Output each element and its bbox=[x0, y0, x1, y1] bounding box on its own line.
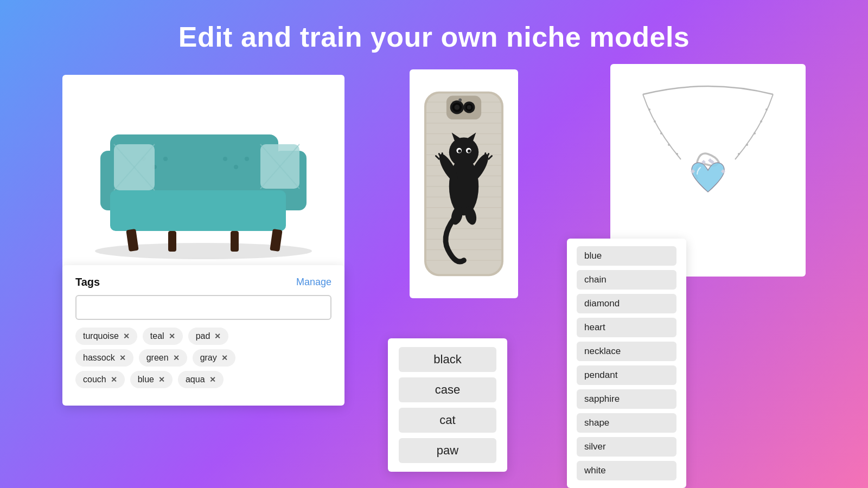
necklace-illustration bbox=[627, 84, 789, 257]
svg-point-70 bbox=[654, 120, 656, 123]
tag-chip-green: green ✕ bbox=[139, 349, 187, 367]
tag-x-teal[interactable]: ✕ bbox=[169, 332, 175, 341]
svg-point-50 bbox=[458, 98, 462, 101]
necklace-card: blue chain diamond heart necklace pendan… bbox=[610, 64, 806, 277]
svg-point-46 bbox=[454, 105, 459, 110]
tags-label: Tags bbox=[75, 276, 100, 288]
tag-chip-teal: teal ✕ bbox=[143, 328, 183, 345]
sofa-illustration bbox=[84, 97, 323, 259]
tag-x-couch[interactable]: ✕ bbox=[111, 375, 117, 384]
phone-case-illustration bbox=[418, 86, 509, 281]
svg-point-52 bbox=[449, 137, 478, 166]
necklace-tag-shape[interactable]: shape bbox=[577, 413, 676, 433]
page-title: Edit and train your own niche models bbox=[0, 0, 868, 69]
tag-chip-hassock: hassock ✕ bbox=[75, 349, 133, 367]
tag-chip-couch: couch ✕ bbox=[75, 371, 125, 388]
necklace-tag-heart[interactable]: heart bbox=[577, 318, 676, 337]
tag-chip-gray: gray ✕ bbox=[193, 349, 235, 367]
tags-row-2: hassock ✕ green ✕ gray ✕ bbox=[75, 349, 331, 367]
tags-header: Tags Manage bbox=[75, 276, 331, 288]
svg-point-75 bbox=[760, 120, 762, 123]
svg-rect-17 bbox=[231, 231, 239, 252]
svg-point-14 bbox=[223, 157, 227, 161]
svg-point-74 bbox=[765, 108, 768, 111]
necklace-tag-white[interactable]: white bbox=[577, 461, 676, 480]
svg-point-58 bbox=[468, 150, 471, 153]
svg-point-72 bbox=[668, 144, 670, 146]
svg-point-13 bbox=[245, 157, 249, 161]
necklace-tag-necklace[interactable]: necklace bbox=[577, 342, 676, 361]
tag-x-hassock[interactable]: ✕ bbox=[119, 354, 126, 362]
tag-chip-turquoise: turquoise ✕ bbox=[75, 328, 137, 345]
tag-x-blue[interactable]: ✕ bbox=[158, 375, 165, 384]
svg-rect-16 bbox=[168, 231, 176, 252]
necklace-tag-blue[interactable]: blue bbox=[577, 246, 676, 266]
svg-point-10 bbox=[163, 157, 168, 161]
svg-line-63 bbox=[442, 153, 443, 158]
tag-x-turquoise[interactable]: ✕ bbox=[123, 332, 130, 341]
svg-rect-8 bbox=[110, 190, 286, 231]
tags-panel: Tags Manage turquoise ✕ teal ✕ pad ✕ bbox=[62, 265, 344, 406]
tags-row-1: turquoise ✕ teal ✕ pad ✕ bbox=[75, 328, 331, 345]
tag-chip-pad: pad ✕ bbox=[188, 328, 229, 345]
necklace-tag-diamond[interactable]: diamond bbox=[577, 294, 676, 313]
phone-case-card: black case cat paw bbox=[410, 69, 518, 298]
cards-container: Tags Manage turquoise ✕ teal ✕ pad ✕ bbox=[0, 69, 868, 298]
phone-tag-paw[interactable]: paw bbox=[399, 438, 496, 463]
phone-tags-panel: black case cat paw bbox=[388, 338, 507, 472]
necklace-tag-sapphire[interactable]: sapphire bbox=[577, 389, 676, 409]
manage-link[interactable]: Manage bbox=[296, 277, 331, 288]
necklace-tag-chain[interactable]: chain bbox=[577, 270, 676, 290]
necklace-tags-panel: blue chain diamond heart necklace pendan… bbox=[567, 239, 686, 488]
svg-line-66 bbox=[484, 153, 486, 158]
svg-point-78 bbox=[738, 153, 740, 155]
svg-point-69 bbox=[648, 108, 650, 111]
tag-chip-blue: blue ✕ bbox=[130, 371, 173, 388]
sofa-image bbox=[73, 86, 334, 270]
necklace-tag-pendant[interactable]: pendant bbox=[577, 365, 676, 385]
svg-point-12 bbox=[234, 165, 238, 169]
tag-x-aqua[interactable]: ✕ bbox=[209, 375, 216, 384]
svg-point-57 bbox=[458, 150, 461, 153]
phone-image bbox=[418, 78, 509, 290]
tags-input[interactable] bbox=[75, 295, 331, 320]
phone-tag-black[interactable]: black bbox=[399, 347, 496, 372]
svg-point-73 bbox=[676, 153, 678, 155]
sofa-card: Tags Manage turquoise ✕ teal ✕ pad ✕ bbox=[62, 75, 344, 281]
necklace-tag-silver[interactable]: silver bbox=[577, 437, 676, 457]
tag-x-green[interactable]: ✕ bbox=[173, 354, 180, 362]
svg-point-77 bbox=[746, 144, 748, 146]
svg-point-49 bbox=[467, 105, 471, 110]
tag-x-gray[interactable]: ✕ bbox=[221, 354, 228, 362]
tags-row-3: couch ✕ blue ✕ aqua ✕ bbox=[75, 371, 331, 388]
tag-chip-aqua: aqua ✕ bbox=[178, 371, 224, 388]
tag-x-pad[interactable]: ✕ bbox=[214, 332, 221, 341]
phone-tag-case[interactable]: case bbox=[399, 377, 496, 402]
svg-point-76 bbox=[754, 132, 756, 134]
svg-point-71 bbox=[660, 132, 662, 134]
phone-tag-cat[interactable]: cat bbox=[399, 408, 496, 433]
